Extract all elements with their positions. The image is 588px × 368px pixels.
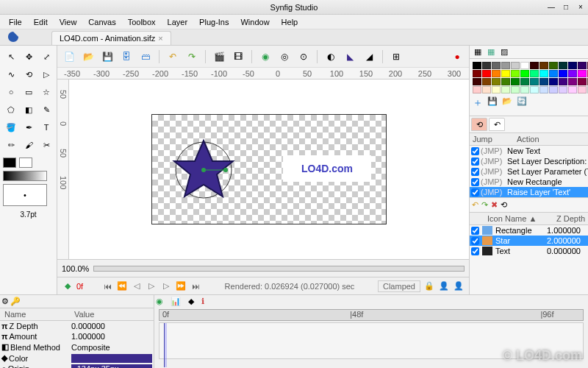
palette-color[interactable] bbox=[539, 70, 548, 77]
palette-color[interactable] bbox=[482, 78, 491, 85]
bline-tool[interactable]: ✎ bbox=[38, 102, 54, 118]
circle-tool[interactable]: ○ bbox=[3, 84, 19, 100]
palette-color[interactable] bbox=[520, 86, 529, 93]
history-checkbox[interactable] bbox=[471, 188, 479, 197]
palette-color[interactable] bbox=[549, 62, 558, 69]
swap-bg-icon[interactable]: ◣ bbox=[343, 49, 357, 64]
pointer-tool[interactable]: ↖ bbox=[3, 49, 19, 65]
palette-color[interactable] bbox=[568, 62, 577, 69]
history-row[interactable]: (JMP)New Text bbox=[470, 146, 588, 156]
document-tab[interactable]: LO4D.com - Animation.sifz × bbox=[51, 31, 171, 45]
text-tool[interactable]: T bbox=[38, 119, 54, 135]
layers-col-zdepth[interactable]: Z Depth bbox=[553, 213, 588, 224]
future-keyframe-icon[interactable]: 👤 bbox=[438, 280, 450, 292]
rotate-tool[interactable]: ⟲ bbox=[21, 66, 37, 82]
param-row[interactable]: π Z Depth0.000000 bbox=[0, 321, 154, 331]
seek-prev-kf-icon[interactable]: ⏪ bbox=[116, 280, 128, 292]
palette-color[interactable] bbox=[492, 86, 501, 93]
layer-visible-checkbox[interactable] bbox=[471, 237, 479, 245]
palette-color[interactable] bbox=[492, 78, 501, 85]
palette-color[interactable] bbox=[559, 62, 567, 69]
redo-icon[interactable]: ↷ bbox=[184, 49, 199, 64]
palette-color[interactable] bbox=[473, 78, 481, 85]
palette-save-icon[interactable]: 💾 bbox=[487, 96, 498, 110]
keyframes-tab[interactable]: ◆ bbox=[188, 297, 194, 306]
palette-color[interactable] bbox=[530, 78, 539, 85]
palette-color[interactable] bbox=[568, 70, 577, 77]
palette-color[interactable] bbox=[473, 70, 481, 77]
canvas[interactable]: LO4D.com bbox=[69, 79, 469, 259]
scale-tool[interactable]: ⤢ bbox=[38, 49, 54, 65]
history-row[interactable]: (JMP)Set Layer Description: 'Text' -> 'T… bbox=[470, 156, 588, 166]
onion-toggle-icon[interactable]: ◎ bbox=[277, 49, 292, 64]
reset-colors-icon[interactable]: ◢ bbox=[362, 49, 376, 64]
play-icon[interactable]: ▷ bbox=[146, 280, 157, 292]
seek-end-icon[interactable]: ⏭ bbox=[190, 280, 201, 292]
palette-color[interactable] bbox=[578, 70, 587, 77]
brush-tool[interactable]: 🖌 bbox=[21, 137, 37, 153]
palette-color[interactable] bbox=[568, 86, 577, 93]
palette-color[interactable] bbox=[501, 86, 510, 93]
zoom-slider[interactable] bbox=[93, 266, 465, 272]
new-file-icon[interactable]: 📄 bbox=[62, 49, 76, 64]
palette-color[interactable] bbox=[559, 70, 567, 77]
mirror-tool[interactable]: ▷ bbox=[38, 66, 54, 82]
palette-color[interactable] bbox=[549, 70, 558, 77]
palette-color[interactable] bbox=[559, 86, 567, 93]
grid-icon[interactable]: ⊞ bbox=[389, 49, 404, 64]
seek-prev-icon[interactable]: ◁ bbox=[131, 280, 143, 292]
palette-color[interactable] bbox=[520, 62, 529, 69]
current-frame[interactable]: 0f bbox=[76, 282, 98, 291]
palette-color[interactable] bbox=[511, 86, 520, 93]
palette-color[interactable] bbox=[511, 70, 520, 77]
save-all-icon[interactable]: 🗃 bbox=[138, 49, 153, 64]
palette-color[interactable] bbox=[482, 70, 491, 77]
palette-color[interactable] bbox=[492, 62, 501, 69]
history-row[interactable]: (JMP)New Rectangle bbox=[470, 177, 588, 187]
history-checkbox[interactable] bbox=[471, 178, 479, 186]
menu-help[interactable]: Help bbox=[277, 16, 303, 28]
history-tab[interactable]: ⟲ bbox=[471, 118, 487, 131]
layer-row[interactable]: Rectangle1.000000 bbox=[470, 225, 588, 236]
transform-tool[interactable]: ✥ bbox=[21, 49, 37, 65]
palette-menu-icon[interactable]: ▦ bbox=[474, 47, 481, 57]
eyedrop-tool[interactable]: ✒ bbox=[21, 119, 37, 135]
palette-color[interactable] bbox=[568, 78, 577, 85]
reset-bg-icon[interactable]: ◐ bbox=[323, 49, 338, 64]
info-tab[interactable]: ℹ bbox=[201, 297, 204, 306]
seek-next-icon[interactable]: ▷ bbox=[160, 280, 172, 292]
palette-color[interactable] bbox=[559, 78, 567, 85]
layer-row[interactable]: Text0.000000 bbox=[470, 246, 588, 256]
palette-color[interactable] bbox=[549, 78, 558, 85]
history-checkbox[interactable] bbox=[471, 147, 479, 155]
render-icon[interactable]: 🎬 bbox=[212, 49, 226, 64]
palette-color[interactable] bbox=[501, 78, 510, 85]
palette-color[interactable] bbox=[520, 78, 529, 85]
palette-color[interactable] bbox=[530, 86, 539, 93]
star-tool[interactable]: ☆ bbox=[38, 84, 54, 100]
history-row[interactable]: (JMP)Set Layer Parameter (Text):Origin bbox=[470, 166, 588, 177]
polygon-tool[interactable]: ⬠ bbox=[3, 102, 19, 118]
text-layer[interactable]: LO4D.com bbox=[283, 155, 371, 182]
seek-start-icon[interactable]: ⏮ bbox=[101, 280, 113, 292]
history-row[interactable]: (JMP)Raise Layer 'Text' bbox=[470, 187, 588, 197]
palette-open-icon[interactable]: 📂 bbox=[502, 96, 512, 110]
palette-color[interactable] bbox=[578, 86, 587, 93]
save-file-icon[interactable]: 💾 bbox=[100, 49, 115, 64]
rectangle-tool[interactable]: ▭ bbox=[21, 84, 37, 100]
param-row[interactable]: ◆ Color bbox=[0, 353, 154, 364]
layers-col-name[interactable]: Name ▲ bbox=[502, 213, 553, 224]
anim-mode-icon[interactable]: 🔒 bbox=[423, 280, 435, 292]
palette-color[interactable] bbox=[511, 62, 520, 69]
palette-color[interactable] bbox=[539, 86, 548, 93]
close-tab-icon[interactable]: × bbox=[158, 34, 162, 43]
palette-color[interactable] bbox=[549, 86, 558, 93]
param-row[interactable]: ○ Origin-134px,35px bbox=[0, 364, 154, 368]
menu-plugins[interactable]: Plug-Ins bbox=[195, 16, 233, 28]
record-icon[interactable]: ● bbox=[450, 49, 465, 64]
smooth-tool[interactable]: ∿ bbox=[3, 66, 19, 82]
timetrack-tab[interactable]: ◉ bbox=[156, 297, 163, 306]
palette-color[interactable] bbox=[492, 70, 501, 77]
past-keyframe-icon[interactable]: 👤 bbox=[453, 280, 465, 292]
seek-next-kf-icon[interactable]: ⏩ bbox=[175, 280, 187, 292]
